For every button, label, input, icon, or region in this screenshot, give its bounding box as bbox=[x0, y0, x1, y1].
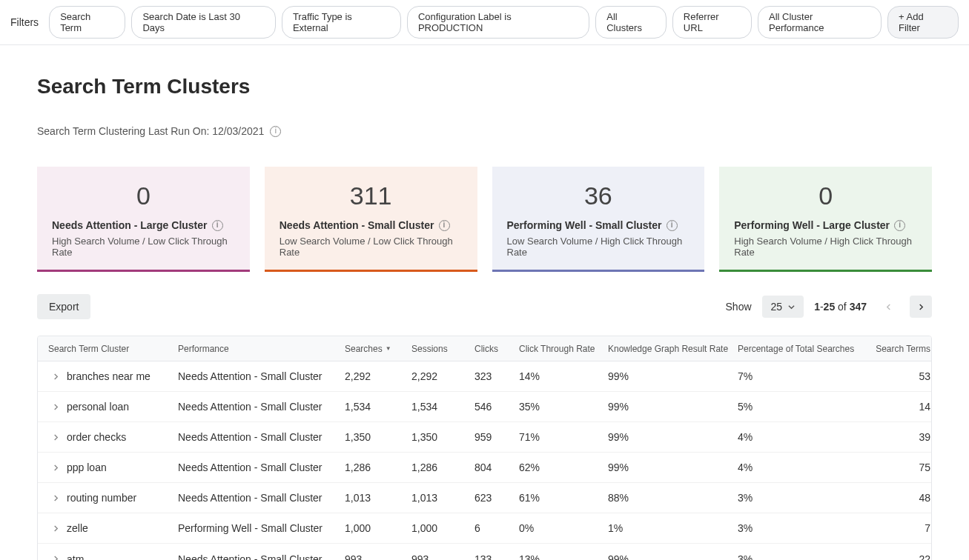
cell-terms: 53 bbox=[856, 370, 930, 382]
chevron-right-icon[interactable] bbox=[53, 434, 59, 441]
page-range: 1-25 of 347 bbox=[814, 301, 867, 313]
filter-pill[interactable]: All Cluster Performance bbox=[758, 6, 882, 39]
cell-pts: 3% bbox=[738, 553, 856, 561]
cell-performance: Needs Attention - Small Cluster bbox=[178, 461, 345, 473]
card-sub: High Search Volume / High Click Through … bbox=[734, 236, 917, 258]
chevron-right-icon[interactable] bbox=[53, 525, 59, 532]
page-size-select[interactable]: 25 bbox=[762, 296, 804, 318]
cell-searches: 993 bbox=[345, 553, 411, 561]
filters-bar: Filters Search TermSearch Date is Last 3… bbox=[0, 0, 969, 45]
cell-pts: 3% bbox=[738, 492, 856, 504]
card-title: Performing Well - Large Clusteri bbox=[734, 219, 917, 231]
cell-terms: 48 bbox=[856, 492, 930, 504]
cell-name: zelle bbox=[48, 522, 178, 534]
table-row[interactable]: zellePerforming Well - Small Cluster1,00… bbox=[38, 513, 931, 544]
cell-clicks: 546 bbox=[474, 401, 519, 413]
cell-clicks: 323 bbox=[474, 370, 519, 382]
cell-clicks: 133 bbox=[474, 553, 519, 561]
cell-ctr: 13% bbox=[519, 553, 608, 561]
cell-name: routing number bbox=[48, 492, 178, 504]
cell-performance: Needs Attention - Small Cluster bbox=[178, 492, 345, 504]
table-row[interactable]: atmNeeds Attention - Small Cluster993993… bbox=[38, 544, 931, 560]
filter-pill[interactable]: Configuration Label is PRODUCTION bbox=[407, 6, 589, 39]
summary-card[interactable]: 0Performing Well - Large ClusteriHigh Se… bbox=[719, 167, 932, 272]
cell-kg: 99% bbox=[608, 401, 738, 413]
card-count: 311 bbox=[280, 181, 463, 210]
cell-ctr: 62% bbox=[519, 461, 608, 473]
table-row[interactable]: routing numberNeeds Attention - Small Cl… bbox=[38, 483, 931, 513]
col-cluster[interactable]: Search Term Cluster bbox=[48, 344, 178, 354]
table-header: Search Term Cluster Performance Searches… bbox=[38, 336, 931, 361]
cell-searches: 1,000 bbox=[345, 522, 411, 534]
table-row[interactable]: order checksNeeds Attention - Small Clus… bbox=[38, 422, 931, 453]
card-title: Performing Well - Small Clusteri bbox=[507, 219, 690, 231]
add-filter-button[interactable]: + Add Filter bbox=[887, 6, 959, 39]
cell-ctr: 0% bbox=[519, 522, 608, 534]
cell-sessions: 1,534 bbox=[411, 401, 474, 413]
summary-card[interactable]: 36Performing Well - Small ClusteriLow Se… bbox=[492, 167, 705, 272]
filter-pill[interactable]: Traffic Type is External bbox=[282, 6, 401, 39]
prev-page-button bbox=[877, 296, 899, 318]
sort-desc-icon: ▼ bbox=[386, 345, 391, 352]
col-pts[interactable]: Percentage of Total Searches bbox=[738, 344, 856, 354]
card-sub: High Search Volume / Low Click Through R… bbox=[52, 236, 235, 258]
last-run: Search Term Clustering Last Run On: 12/0… bbox=[37, 125, 932, 137]
export-button[interactable]: Export bbox=[37, 294, 90, 319]
chevron-down-icon bbox=[788, 304, 795, 310]
chevron-right-icon[interactable] bbox=[53, 556, 59, 560]
card-title: Needs Attention - Large Clusteri bbox=[52, 219, 235, 231]
cell-terms: 7 bbox=[856, 522, 930, 534]
col-terms[interactable]: Search Terms bbox=[856, 344, 930, 354]
col-kg[interactable]: Knowledge Graph Result Rate bbox=[608, 344, 738, 354]
chevron-left-icon bbox=[885, 304, 892, 310]
cell-sessions: 2,292 bbox=[411, 370, 474, 382]
info-icon[interactable]: i bbox=[212, 220, 223, 231]
table-row[interactable]: ppp loanNeeds Attention - Small Cluster1… bbox=[38, 453, 931, 483]
table-row[interactable]: personal loanNeeds Attention - Small Clu… bbox=[38, 392, 931, 422]
cell-name: ppp loan bbox=[48, 461, 178, 473]
cell-kg: 99% bbox=[608, 370, 738, 382]
cell-kg: 1% bbox=[608, 522, 738, 534]
cell-pts: 3% bbox=[738, 522, 856, 534]
summary-card[interactable]: 0Needs Attention - Large ClusteriHigh Se… bbox=[37, 167, 250, 272]
info-icon[interactable]: i bbox=[667, 220, 678, 231]
page-title: Search Term Clusters bbox=[37, 75, 932, 99]
cell-sessions: 1,013 bbox=[411, 492, 474, 504]
cell-clicks: 959 bbox=[474, 431, 519, 443]
cell-searches: 1,350 bbox=[345, 431, 411, 443]
cell-searches: 1,013 bbox=[345, 492, 411, 504]
card-count: 0 bbox=[734, 181, 917, 210]
chevron-right-icon[interactable] bbox=[53, 464, 59, 471]
next-page-button[interactable] bbox=[910, 296, 932, 318]
col-performance[interactable]: Performance bbox=[178, 344, 345, 354]
col-ctr[interactable]: Click Through Rate bbox=[519, 344, 608, 354]
info-icon[interactable]: i bbox=[270, 126, 281, 137]
filter-pill[interactable]: Referrer URL bbox=[672, 6, 752, 39]
col-sessions[interactable]: Sessions bbox=[411, 344, 474, 354]
card-sub: Low Search Volume / Low Click Through Ra… bbox=[280, 236, 463, 258]
cell-kg: 99% bbox=[608, 553, 738, 561]
last-run-text: Search Term Clustering Last Run On: 12/0… bbox=[37, 125, 264, 137]
filter-pill[interactable]: All Clusters bbox=[595, 6, 667, 39]
cell-kg: 99% bbox=[608, 431, 738, 443]
info-icon[interactable]: i bbox=[894, 220, 905, 231]
summary-card[interactable]: 311Needs Attention - Small ClusteriLow S… bbox=[265, 167, 477, 272]
cell-terms: 75 bbox=[856, 461, 930, 473]
cell-pts: 4% bbox=[738, 461, 856, 473]
cell-name: branches near me bbox=[48, 370, 178, 382]
filter-pill[interactable]: Search Date is Last 30 Days bbox=[131, 6, 275, 39]
cell-ctr: 71% bbox=[519, 431, 608, 443]
chevron-right-icon[interactable] bbox=[53, 495, 59, 501]
chevron-right-icon[interactable] bbox=[53, 373, 59, 380]
card-sub: Low Search Volume / High Click Through R… bbox=[507, 236, 690, 258]
cell-name: personal loan bbox=[48, 401, 178, 413]
info-icon[interactable]: i bbox=[439, 220, 450, 231]
filter-pill[interactable]: Search Term bbox=[49, 6, 125, 39]
cell-performance: Needs Attention - Small Cluster bbox=[178, 553, 345, 561]
col-clicks[interactable]: Clicks bbox=[474, 344, 519, 354]
chevron-right-icon[interactable] bbox=[53, 404, 59, 410]
col-searches[interactable]: Searches ▼ bbox=[345, 344, 411, 354]
table-row[interactable]: branches near meNeeds Attention - Small … bbox=[38, 361, 931, 392]
cell-terms: 22 bbox=[856, 553, 930, 561]
cell-searches: 1,534 bbox=[345, 401, 411, 413]
